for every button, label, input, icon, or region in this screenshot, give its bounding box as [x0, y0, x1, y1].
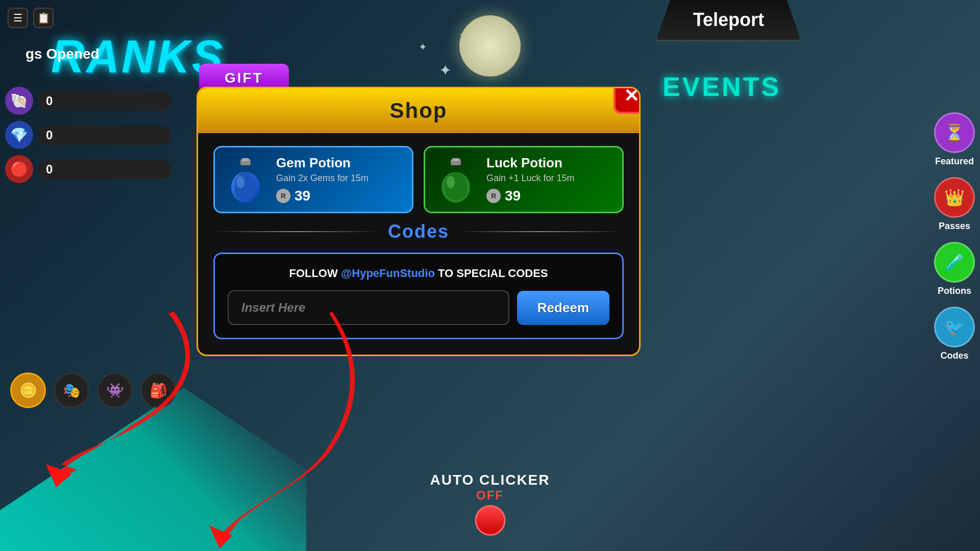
passes-label: Passes: [939, 221, 970, 232]
star-decoration: ✦: [419, 41, 427, 53]
auto-clicker-label: AUTO CLICKER: [430, 472, 550, 488]
featured-icon: ⏳: [934, 112, 975, 153]
gem-potion-desc: Gain 2x Gems for 15m: [276, 173, 404, 184]
coin-icon-button[interactable]: 🪙: [10, 372, 46, 408]
sidebar-item-passes[interactable]: 👑 Passes: [934, 177, 975, 232]
moon-decoration: [459, 15, 521, 77]
roblox-clipboard-icon[interactable]: 📋: [33, 8, 54, 28]
svg-rect-8: [452, 158, 459, 161]
codes-section: Codes FOLLOW @HypeFunStudio TO SPECIAL C…: [198, 221, 639, 339]
codes-follow-text: FOLLOW @HypeFunStudio TO SPECIAL CODES: [228, 267, 609, 280]
teleport-button[interactable]: Teleport: [656, 0, 801, 41]
luck-potion-card[interactable]: Luck Potion Gain +1 Luck for 15m R 39: [424, 146, 624, 213]
shop-close-button[interactable]: ✕: [614, 87, 641, 114]
red-value: 0: [46, 162, 53, 177]
red-item-icon: 🔴: [5, 155, 33, 183]
star-decoration: ✦: [439, 61, 452, 79]
featured-label: Featured: [935, 156, 974, 167]
codes-label: Codes: [940, 350, 968, 361]
backpack-icon-button[interactable]: 🎒: [140, 372, 176, 408]
gem-potion-card[interactable]: Gem Potion Gain 2x Gems for 15m R 39: [213, 146, 413, 213]
codes-box: FOLLOW @HypeFunStudio TO SPECIAL CODES R…: [213, 253, 624, 339]
gem-potion-name: Gem Potion: [276, 155, 404, 171]
gems-bar: 0: [38, 126, 171, 145]
gems-value: 0: [46, 128, 53, 142]
gem-price-value: 39: [295, 188, 310, 204]
auto-clicker-panel: AUTO CLICKER OFF: [430, 472, 550, 536]
codes-icon: 🐦: [934, 307, 975, 347]
robux-icon-luck: R: [486, 189, 501, 203]
left-stats-panel: 🐚 0 💎 0 🔴 0: [5, 87, 171, 183]
svg-rect-3: [242, 158, 249, 161]
luck-potion-name: Luck Potion: [486, 155, 615, 171]
svg-point-6: [236, 176, 244, 188]
luck-potion-info: Luck Potion Gain +1 Luck for 15m R 39: [486, 155, 615, 204]
auto-clicker-status: OFF: [430, 488, 550, 503]
shells-bar: 0: [38, 91, 171, 111]
sidebar-item-potions[interactable]: 🧪 Potions: [934, 242, 975, 296]
stat-row-gems: 💎 0: [5, 121, 171, 149]
shells-icon: 🐚: [5, 87, 33, 115]
gem-potion-info: Gem Potion Gain 2x Gems for 15m R 39: [276, 155, 404, 204]
stat-row-red: 🔴 0: [5, 155, 171, 183]
stat-row-shells: 🐚 0: [5, 87, 171, 115]
codes-input-row: Redeem: [228, 290, 609, 325]
code-input-field[interactable]: [228, 290, 509, 325]
events-label: EVENTS: [663, 71, 781, 102]
potions-label: Potions: [938, 286, 971, 296]
alien-icon-button[interactable]: 👾: [97, 372, 133, 408]
svg-point-10: [447, 176, 455, 188]
luck-potion-icon: [433, 157, 479, 203]
shop-modal: ✕ Shop: [197, 87, 641, 356]
redeem-button[interactable]: Redeem: [517, 291, 609, 325]
luck-potion-desc: Gain +1 Luck for 15m: [486, 173, 615, 184]
red-bar: 0: [38, 160, 171, 179]
roblox-menu-icon[interactable]: ☰: [8, 8, 28, 28]
robux-icon-gem: R: [276, 189, 290, 203]
roblox-top-icons: ☰ 📋: [8, 8, 54, 28]
auto-clicker-toggle[interactable]: [475, 505, 505, 536]
sidebar-item-featured[interactable]: ⏳ Featured: [934, 112, 975, 167]
potions-row: Gem Potion Gain 2x Gems for 15m R 39: [198, 133, 639, 221]
shells-value: 0: [46, 94, 53, 108]
luck-potion-price: R 39: [486, 188, 615, 204]
mask-icon-button[interactable]: 🎭: [54, 372, 89, 408]
shop-title: Shop: [198, 88, 639, 133]
passes-icon: 👑: [934, 177, 975, 218]
codes-line-right: [457, 231, 624, 232]
potions-icon: 🧪: [934, 242, 975, 283]
gems-icon: 💎: [5, 121, 33, 149]
codes-line-left: [213, 231, 380, 232]
codes-highlight: @HypeFunStudio: [341, 267, 435, 280]
sidebar-item-codes[interactable]: 🐦 Codes: [934, 307, 975, 361]
codes-title: Codes: [388, 221, 449, 242]
bags-opened-label: gs Opened: [26, 46, 100, 62]
codes-header: Codes: [213, 221, 624, 242]
right-sidebar: ⏳ Featured 👑 Passes 🧪 Potions 🐦 Codes: [934, 112, 975, 361]
gem-potion-price: R 39: [276, 188, 404, 204]
gem-potion-icon: [223, 157, 268, 203]
luck-price-value: 39: [505, 188, 521, 204]
bottom-icons-row: 🪙 🎭 👾 🎒: [10, 372, 176, 408]
